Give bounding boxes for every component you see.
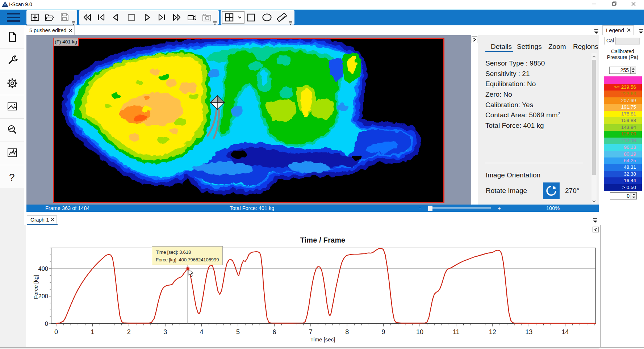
svg-text:14: 14: [562, 328, 569, 336]
svg-text:0: 0: [45, 320, 48, 327]
svg-text:12: 12: [489, 328, 496, 336]
svg-text:11: 11: [453, 328, 460, 336]
svg-text:8: 8: [345, 328, 349, 336]
svg-text:13: 13: [525, 328, 532, 336]
svg-text:1: 1: [91, 328, 94, 336]
svg-text:6: 6: [272, 328, 276, 336]
svg-text:4: 4: [200, 328, 204, 336]
svg-text:400: 400: [38, 265, 48, 272]
svg-text:2: 2: [127, 328, 131, 336]
svg-text:10: 10: [416, 328, 423, 336]
svg-text:7: 7: [309, 328, 313, 336]
svg-text:200: 200: [38, 293, 48, 299]
svg-text:3: 3: [163, 328, 167, 336]
svg-text:9: 9: [382, 328, 385, 336]
svg-text:0: 0: [54, 328, 58, 336]
svg-text:5: 5: [236, 328, 240, 336]
